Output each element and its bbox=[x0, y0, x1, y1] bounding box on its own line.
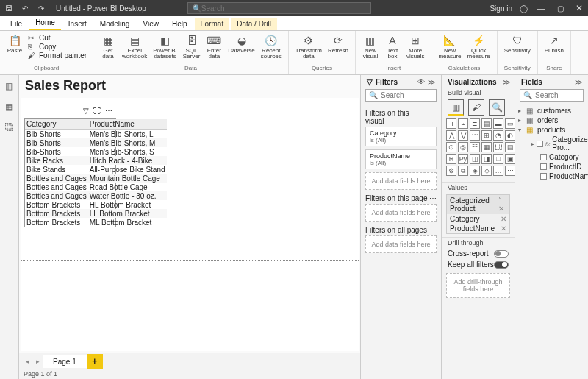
visual-type-button[interactable]: ⋀ bbox=[446, 130, 456, 141]
enter-data-button[interactable]: ⌨Enter data bbox=[204, 32, 224, 61]
visual-type-button[interactable]: ⋁ bbox=[458, 130, 468, 141]
model-view-button[interactable]: ⿻ bbox=[3, 121, 16, 134]
field-group-categorized[interactable]: ▸fxCategorized Pro... bbox=[518, 135, 585, 152]
transform-data-button[interactable]: ⚙Transform data bbox=[293, 32, 324, 61]
filter-drop-visual[interactable]: Add data fields here bbox=[365, 172, 437, 190]
field-category[interactable]: Category bbox=[518, 152, 585, 162]
tab-help[interactable]: Help bbox=[166, 18, 193, 30]
filter-card-product[interactable]: ProductNameis (All) bbox=[365, 149, 437, 169]
add-page-button[interactable]: + bbox=[87, 354, 103, 369]
table-row[interactable]: Bib-ShortsMen's Bib-Shorts, M bbox=[25, 138, 167, 147]
visual-type-button[interactable]: ⚙ bbox=[446, 166, 456, 176]
text-box-button[interactable]: AText box bbox=[382, 32, 403, 61]
visual-type-button[interactable]: R bbox=[446, 154, 456, 164]
format-painter-button[interactable]: 🖌Format painter bbox=[28, 52, 87, 60]
pbi-datasets-button[interactable]: ◧Power BI datasets bbox=[151, 32, 179, 61]
table-header-category[interactable]: Category bbox=[25, 119, 88, 130]
user-avatar-icon[interactable]: ◯ bbox=[520, 4, 528, 13]
visual-type-button[interactable]: ◇ bbox=[481, 166, 492, 176]
filter-card-category[interactable]: Categoryis (All) bbox=[365, 127, 437, 146]
tab-insert[interactable]: Insert bbox=[62, 18, 93, 30]
table-row[interactable]: Bib-ShortsMen's Bib-Shorts, L bbox=[25, 130, 167, 139]
visual-type-button[interactable]: ⫞ bbox=[446, 118, 456, 129]
refresh-button[interactable]: ⟳Refresh bbox=[326, 32, 351, 55]
visual-type-button[interactable]: □ bbox=[493, 154, 503, 164]
analytics-mode-button[interactable]: 🔍 bbox=[489, 99, 505, 116]
table-header-productname[interactable]: ProductName bbox=[88, 119, 167, 130]
visual-type-button[interactable]: ⧉ bbox=[458, 166, 468, 176]
table-node-products[interactable]: ▾▦products bbox=[518, 125, 585, 135]
more-visuals-button[interactable]: ⊞More visuals bbox=[404, 32, 426, 61]
focus-mode-icon[interactable]: ⛶ bbox=[93, 107, 101, 115]
report-canvas[interactable]: ▽ ⛶ ⋯ Category ProductName Bib-ShortsMen… bbox=[21, 98, 359, 351]
remove-field-button[interactable]: ✕ bbox=[501, 215, 506, 223]
excel-button[interactable]: ▤Excel workbook bbox=[120, 32, 149, 61]
sensitivity-button[interactable]: 🛡Sensitivity bbox=[502, 32, 533, 55]
field-productname[interactable]: ProductName bbox=[518, 171, 585, 181]
filters-visibility-icon[interactable]: 👁 bbox=[417, 78, 425, 86]
table-row[interactable]: Bottom BracketsHL Bottom Bracket bbox=[25, 200, 167, 209]
tab-home[interactable]: Home bbox=[29, 16, 61, 30]
visual-type-button[interactable]: ◎ bbox=[458, 142, 468, 152]
visual-type-button[interactable]: ◨ bbox=[481, 154, 492, 164]
visual-type-button[interactable]: ◫ bbox=[470, 154, 480, 164]
minimize-button[interactable]: — bbox=[535, 2, 547, 14]
visual-type-button[interactable]: ⫠ bbox=[458, 118, 468, 129]
table-row[interactable]: Bottles and CagesWater Bottle - 30 oz. bbox=[25, 191, 167, 200]
visual-type-button[interactable]: ◔ bbox=[493, 130, 503, 141]
tab-modeling[interactable]: Modeling bbox=[94, 18, 136, 30]
undo-icon[interactable]: ↶ bbox=[19, 2, 31, 14]
visual-type-button[interactable]: ◐ bbox=[505, 130, 515, 141]
more-icon[interactable]: ⋯ bbox=[429, 226, 437, 234]
field-checkbox[interactable] bbox=[537, 141, 543, 147]
tab-format[interactable]: Format bbox=[195, 18, 230, 30]
visual-type-button[interactable]: ⿲ bbox=[493, 142, 503, 152]
dataverse-button[interactable]: ◒Dataverse bbox=[226, 32, 257, 55]
visual-type-button[interactable]: Py bbox=[458, 154, 468, 164]
more-icon[interactable]: ⋯ bbox=[429, 194, 437, 202]
remove-field-button[interactable]: ✕ bbox=[501, 224, 506, 233]
data-view-button[interactable]: ▦ bbox=[3, 100, 16, 113]
sql-server-button[interactable]: 🗄SQL Server bbox=[181, 32, 203, 61]
table-row[interactable]: Bottles and CagesMountain Bottle Cage bbox=[25, 174, 167, 183]
keep-filters-toggle[interactable] bbox=[494, 261, 509, 269]
table-row[interactable]: Bottles and CagesRoad Bottle Cage bbox=[25, 183, 167, 191]
visual-type-button[interactable]: ⋯ bbox=[505, 166, 515, 176]
fields-search[interactable]: 🔍 bbox=[520, 89, 584, 102]
table-row[interactable]: Bottom BracketsML Bottom Bracket bbox=[25, 218, 167, 227]
table-node-orders[interactable]: ▸▦orders bbox=[518, 116, 585, 125]
tab-file[interactable]: File bbox=[4, 18, 28, 30]
visual-type-button[interactable]: ▦ bbox=[481, 142, 492, 152]
maximize-button[interactable]: ▢ bbox=[554, 2, 566, 14]
table-node-customers[interactable]: ▸▦customers bbox=[518, 106, 585, 116]
filter-drop-all[interactable]: Add data fields here bbox=[365, 235, 437, 253]
build-mode-button[interactable]: ▥ bbox=[448, 99, 464, 116]
visual-type-button[interactable]: ⊞ bbox=[481, 130, 492, 141]
values-well[interactable]: Categorized Product˅ ✕ Category✕ Product… bbox=[446, 194, 510, 234]
paste-button[interactable]: 📋Paste bbox=[4, 32, 25, 55]
visual-type-button[interactable]: ▤ bbox=[505, 142, 515, 152]
visual-type-button[interactable]: ▬ bbox=[493, 118, 503, 129]
copy-button[interactable]: ⎘Copy bbox=[28, 43, 87, 51]
close-button[interactable]: ✕ bbox=[573, 2, 585, 14]
field-checkbox[interactable] bbox=[540, 154, 547, 160]
visual-type-button[interactable]: ▭ bbox=[505, 118, 515, 129]
publish-button[interactable]: ↗Publish bbox=[542, 32, 566, 55]
fields-search-input[interactable] bbox=[535, 91, 580, 99]
visual-type-button[interactable]: ≣ bbox=[470, 118, 480, 129]
global-search-input[interactable] bbox=[201, 4, 366, 13]
filters-collapse-icon[interactable]: ≫ bbox=[428, 78, 435, 86]
table-row[interactable]: Bib-ShortsMen's Bib-Shorts, S bbox=[25, 147, 167, 156]
tab-data-drill[interactable]: Data / Drill bbox=[231, 18, 277, 30]
drill-drop[interactable]: Add drill-through fields here bbox=[446, 273, 510, 298]
page-next-button[interactable]: ▸ bbox=[32, 358, 43, 365]
table-row[interactable]: Bike RacksHitch Rack - 4-Bike bbox=[25, 156, 167, 165]
visual-type-button[interactable]: ☷ bbox=[470, 142, 480, 152]
get-data-button[interactable]: ▦Get data bbox=[98, 32, 118, 61]
global-search[interactable]: 🔍 bbox=[187, 2, 371, 14]
visual-type-button[interactable]: ⊙ bbox=[446, 142, 456, 152]
visual-type-button[interactable]: ▤ bbox=[481, 118, 492, 129]
visual-type-button[interactable]: 〰 bbox=[470, 130, 480, 141]
visual-type-button[interactable]: … bbox=[493, 166, 503, 176]
page-prev-button[interactable]: ◂ bbox=[22, 358, 32, 365]
